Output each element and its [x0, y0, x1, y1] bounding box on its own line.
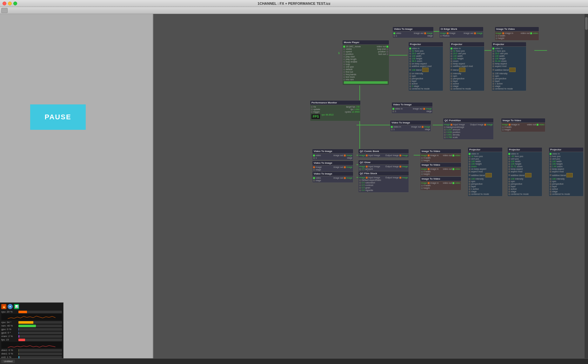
node-i2v-glow-title: Image To Video — [420, 163, 461, 167]
node-projector-lower1[interactable]: Projector video in 32horz pos vert pos 1… — [468, 147, 503, 196]
node-v2i-pointillize[interactable]: Video To Image video inimage outimage 1s… — [390, 120, 431, 132]
node-i2v-film[interactable]: Image To Video imageimage invideo outvid… — [420, 176, 461, 190]
node-projector-lower2-body: video in -32horz pos vert pos 100width 1… — [508, 152, 542, 196]
stat-bar-fill-cpu1 — [18, 311, 27, 313]
stat-row-fps: fps: 15 — [1, 338, 62, 341]
node-i2v-comic-body: imageimage invideo outvideo 0 width heig… — [420, 154, 461, 162]
node-v2i-lower2-body: imageimage outimage stage — [312, 165, 353, 172]
node-projector-lower1-body: video in 32horz pos vert pos 100width 10… — [468, 152, 502, 196]
stat-row-cpu2: cpu: 34 * — [1, 321, 62, 324]
stat-label-vram: vram: 2 % — [1, 335, 17, 338]
window-title: 1CHANNEL : FX + PERFORMANCE TEST.izz — [257, 2, 330, 5]
node-projector-3-body: video in 0horz pos 29.5vert pos 100width… — [492, 47, 526, 91]
stat-row-ram: ram: 40 % — [1, 324, 62, 327]
canvas-scrollbar-vertical[interactable] — [584, 14, 588, 360]
node-qc-glow-title: QC Glow — [358, 160, 409, 165]
node-projector-lower1-title: Projector — [468, 148, 502, 152]
status-untitled[interactable]: Untitled — [1, 360, 15, 363]
node-perf-monitor-body: Hz target fps150 update fps3.682 trigger… — [310, 105, 360, 121]
toolbar-button[interactable] — [1, 8, 8, 13]
stat-bar-fill-ram — [18, 325, 36, 327]
node-projector-2[interactable]: Projector video in 32horz pos 29.5vert p… — [450, 42, 484, 91]
main-container: PAUSE 🔥 ● 📊 cpu: 20 % — [0, 14, 588, 364]
activity-icon: 📊 — [14, 304, 19, 309]
node-v2i-top-title: Video To Image — [393, 27, 433, 31]
node-projector-lower2[interactable]: Projector video in -32horz pos vert pos … — [507, 147, 542, 196]
node-i2v-film-title: Image To Video — [420, 177, 461, 181]
node-v2i-lower1[interactable]: Video To Image videoimage outimage 1stag… — [312, 149, 353, 160]
stat-bar-fill-gput — [18, 332, 19, 334]
node-projector-lower3[interactable]: Projector video in horz pos vert pos 100… — [549, 147, 584, 196]
stat-bar-cpu2 — [18, 321, 62, 324]
stat-bar-fill-cpu2 — [18, 321, 33, 324]
stat-label-cpu1: cpu: 20 % — [1, 310, 17, 313]
node-qc-pointillize[interactable]: QC Pointillize imageInput ImageOutput Im… — [443, 118, 494, 140]
toolbar — [0, 7, 588, 14]
node-qc-comic-book-title: QC Comic Book — [358, 149, 409, 154]
node-qc-comic-book-body: imageInput ImageOutput Imageimage — [358, 154, 409, 157]
stat-bar-disk1b — [18, 353, 62, 355]
stat-row-cpu1: cpu: 20 % — [1, 310, 62, 313]
node-i2v-pointillize-title: Image To Video — [501, 118, 545, 123]
node-i2v-top-body: imageimage invideo outvideo 0 width heig… — [495, 31, 539, 40]
minimize-button[interactable] — [8, 2, 12, 5]
stat-row-gput: gput: 0 * — [1, 331, 62, 334]
node-projector-2-body: video in 32horz pos 29.5vert pos 100widt… — [450, 47, 484, 91]
monitor-header: 🔥 ● 📊 — [1, 304, 62, 309]
stat-row-disk1b: disk1: 0 % — [1, 352, 62, 355]
scrollbar-v-thumb[interactable] — [585, 17, 588, 30]
stat-bar-gput — [18, 332, 62, 334]
stat-bar-gpu — [18, 328, 62, 331]
stat-label-cpu2: cpu: 34 * — [1, 321, 17, 324]
maximize-button[interactable] — [13, 2, 17, 5]
node-v2i-top-body: videoimage outimage 1stage — [393, 31, 433, 38]
node-v2i-lower2[interactable]: Video To Image imageimage outimage stage — [312, 161, 353, 172]
node-i2v-top[interactable]: Image To Video imageimage invideo outvid… — [495, 27, 539, 41]
node-v2i-mid-body: video inimage outimage 1stage — [392, 107, 432, 113]
node-i2v-film-body: imageimage invideo outvideo 0 width heig… — [420, 181, 461, 190]
stat-row-gpu: gpu: 0 % — [1, 328, 62, 331]
node-v2i-lower3-title: Video To Image — [312, 172, 353, 176]
node-projector-3[interactable]: Projector video in 0horz pos 29.5vert po… — [491, 42, 526, 91]
node-i2v-glow[interactable]: Image To Video imageimage invideo outvid… — [420, 162, 461, 176]
node-i2v-comic[interactable]: Image To Video imageimage invideo outvid… — [420, 149, 461, 163]
stat-label-gput: gput: 0 * — [1, 331, 17, 334]
node-qc-pointillize-body: imageInput ImageOutput Imageimage backgr… — [443, 123, 493, 139]
sparkline-cpu1 — [1, 314, 62, 320]
node-i2v-pointillize[interactable]: Image To Video imageimage invideo outvid… — [501, 118, 545, 132]
node-movie-player-title: Movie Player — [343, 40, 389, 45]
node-v2i-mid[interactable]: Video To Image video inimage outimage 1s… — [391, 102, 433, 114]
global-status-bar: Untitled — [0, 358, 588, 364]
stat-bar-disk1a — [18, 349, 62, 352]
node-ci-edge-body: imageImageimage outimage Radius — [439, 31, 483, 38]
stat-row-vram: vram: 2 % — [1, 335, 62, 338]
node-v2i-pointillize-body: video inimage outimage 1stage — [390, 125, 431, 131]
node-projector-3-title: Projector — [492, 42, 526, 47]
node-i2v-top-title: Image To Video — [495, 27, 539, 31]
node-i2v-pointillize-body: imageimage invideo outvideo 0 width heig… — [501, 123, 545, 132]
chrome-icon: ● — [8, 304, 13, 309]
node-qc-comic-book[interactable]: QC Comic Book imageInput ImageOutput Ima… — [358, 149, 409, 158]
node-qc-film-stock[interactable]: QC Film Stock imageInput ImageOutput Ima… — [358, 171, 409, 193]
node-v2i-lower1-title: Video To Image — [312, 149, 353, 154]
stat-label-fps: fps: 15 — [1, 338, 17, 341]
stat-bar-cpu1 — [18, 311, 62, 313]
node-ci-edge[interactable]: CI Edge Work imageImageimage outimage Ra… — [439, 27, 484, 38]
node-v2i-top[interactable]: Video To Image videoimage outimage 1stag… — [392, 27, 434, 38]
node-perf-monitor[interactable]: Performance Monitor Hz target fps150 upd… — [310, 100, 361, 121]
node-qc-film-stock-body: imageInput ImageOutput Imageimage Defaul… — [358, 176, 409, 192]
flame-icon: 🔥 — [1, 304, 6, 309]
node-canvas[interactable]: Movie Player 16:1MC_movievideo out visib… — [153, 14, 588, 364]
node-i2v-comic-title: Image To Video — [420, 149, 461, 154]
stat-bar-fill-fps — [18, 339, 25, 341]
traffic-lights — [3, 2, 17, 5]
close-button[interactable] — [3, 2, 6, 5]
stat-bar-fill-gpu — [18, 328, 19, 331]
node-i2v-glow-body: imageimage invideo outvideo 0 width heig… — [420, 167, 461, 176]
pause-display: PAUSE — [30, 104, 86, 130]
node-movie-player[interactable]: Movie Player 16:1MC_movievideo out visib… — [342, 40, 389, 85]
node-projector-lower3-title: Projector — [549, 148, 583, 152]
node-v2i-lower3[interactable]: Video To Image videoimage outimage stage — [312, 171, 353, 183]
stat-bar-ram — [18, 325, 62, 327]
node-projector-1[interactable]: Projector video in 32horz pos 29.5vert p… — [408, 42, 443, 91]
